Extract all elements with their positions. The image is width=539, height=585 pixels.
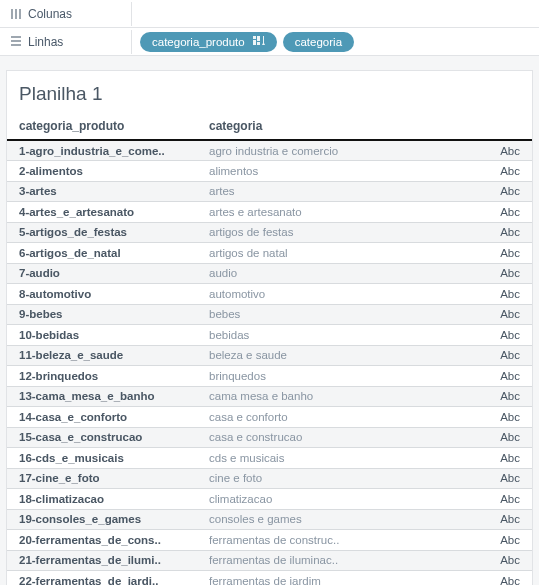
cell-categoria: casa e construcao: [197, 427, 482, 448]
cell-abc: Abc: [482, 181, 532, 202]
svg-rect-9: [257, 42, 260, 45]
pill-label: categoria_produto: [152, 36, 245, 48]
pill-categoria-produto[interactable]: categoria_produto: [140, 32, 277, 52]
cell-categoria-produto: 17-cine_e_foto: [7, 468, 197, 489]
cell-categoria-produto: 12-brinquedos: [7, 366, 197, 387]
cell-abc: Abc: [482, 366, 532, 387]
cell-categoria: artes: [197, 181, 482, 202]
svg-rect-8: [257, 36, 260, 41]
svg-rect-11: [263, 36, 264, 43]
cell-categoria: cine e foto: [197, 468, 482, 489]
cell-abc: Abc: [482, 407, 532, 428]
cell-categoria: ferramentas de iluminac..: [197, 550, 482, 571]
cell-categoria: climatizacao: [197, 489, 482, 510]
table-row[interactable]: 16-cds_e_musicaiscds e musicaisAbc: [7, 448, 532, 469]
cell-categoria: casa e conforto: [197, 407, 482, 428]
cell-categoria-produto: 3-artes: [7, 181, 197, 202]
cell-abc: Abc: [482, 304, 532, 325]
cell-categoria: brinquedos: [197, 366, 482, 387]
columns-icon: [10, 8, 22, 20]
cell-categoria: consoles e games: [197, 509, 482, 530]
cell-categoria-produto: 6-artigos_de_natal: [7, 243, 197, 264]
cell-categoria: ferramentas de construc..: [197, 530, 482, 551]
table-row[interactable]: 21-ferramentas_de_ilumi..ferramentas de …: [7, 550, 532, 571]
data-grid: categoria_produto categoria 1-agro_indus…: [7, 115, 532, 585]
sort-icon[interactable]: [253, 36, 265, 48]
header-categoria-produto[interactable]: categoria_produto: [7, 115, 197, 140]
table-row[interactable]: 13-cama_mesa_e_banhocama mesa e banhoAbc: [7, 386, 532, 407]
header-abc[interactable]: [482, 115, 532, 140]
table-row[interactable]: 10-bebidasbebidasAbc: [7, 325, 532, 346]
cell-abc: Abc: [482, 222, 532, 243]
rows-shelf[interactable]: Linhas categoria_produto categoria: [0, 28, 539, 56]
cell-abc: Abc: [482, 468, 532, 489]
cell-abc: Abc: [482, 489, 532, 510]
table-row[interactable]: 22-ferramentas_de_jardi..ferramentas de …: [7, 571, 532, 586]
header-categoria[interactable]: categoria: [197, 115, 482, 140]
table-row[interactable]: 3-artesartesAbc: [7, 181, 532, 202]
rows-label-text: Linhas: [28, 35, 63, 49]
rows-shelf-label: Linhas: [0, 30, 132, 54]
table-row[interactable]: 11-beleza_e_saudebeleza e saudeAbc: [7, 345, 532, 366]
cell-abc: Abc: [482, 325, 532, 346]
cell-categoria-produto: 11-beleza_e_saude: [7, 345, 197, 366]
shelves-area: Colunas Linhas categoria_produto categor…: [0, 0, 539, 56]
cell-abc: Abc: [482, 427, 532, 448]
cell-categoria: beleza e saude: [197, 345, 482, 366]
cell-categoria-produto: 5-artigos_de_festas: [7, 222, 197, 243]
table-row[interactable]: 15-casa_e_construcaocasa e construcaoAbc: [7, 427, 532, 448]
cell-categoria: agro industria e comercio: [197, 140, 482, 161]
cell-abc: Abc: [482, 571, 532, 586]
columns-shelf-label: Colunas: [0, 2, 132, 26]
columns-shelf[interactable]: Colunas: [0, 0, 539, 28]
table-row[interactable]: 6-artigos_de_natalartigos de natalAbc: [7, 243, 532, 264]
table-row[interactable]: 2-alimentosalimentosAbc: [7, 161, 532, 182]
svg-rect-6: [253, 36, 256, 39]
table-row[interactable]: 19-consoles_e_gamesconsoles e gamesAbc: [7, 509, 532, 530]
cell-categoria-produto: 20-ferramentas_de_cons..: [7, 530, 197, 551]
cell-categoria-produto: 2-alimentos: [7, 161, 197, 182]
table-row[interactable]: 7-audioaudioAbc: [7, 263, 532, 284]
cell-abc: Abc: [482, 550, 532, 571]
table-row[interactable]: 14-casa_e_confortocasa e confortoAbc: [7, 407, 532, 428]
data-grid-scroll[interactable]: categoria_produto categoria 1-agro_indus…: [7, 115, 532, 585]
cell-categoria-produto: 13-cama_mesa_e_banho: [7, 386, 197, 407]
rows-icon: [10, 35, 22, 49]
cell-categoria-produto: 8-automotivo: [7, 284, 197, 305]
rows-shelf-content[interactable]: categoria_produto categoria: [132, 29, 539, 55]
pill-categoria[interactable]: categoria: [283, 32, 354, 52]
cell-categoria-produto: 18-climatizacao: [7, 489, 197, 510]
table-row[interactable]: 18-climatizacaoclimatizacaoAbc: [7, 489, 532, 510]
cell-abc: Abc: [482, 345, 532, 366]
cell-categoria: cama mesa e banho: [197, 386, 482, 407]
cell-categoria: automotivo: [197, 284, 482, 305]
cell-categoria: ferramentas de jardim: [197, 571, 482, 586]
table-row[interactable]: 12-brinquedosbrinquedosAbc: [7, 366, 532, 387]
table-row[interactable]: 4-artes_e_artesanatoartes e artesanatoAb…: [7, 202, 532, 223]
cell-categoria-produto: 22-ferramentas_de_jardi..: [7, 571, 197, 586]
cell-abc: Abc: [482, 140, 532, 161]
table-row[interactable]: 17-cine_e_fotocine e fotoAbc: [7, 468, 532, 489]
worksheet-title[interactable]: Planilha 1: [7, 79, 532, 115]
table-row[interactable]: 5-artigos_de_festasartigos de festasAbc: [7, 222, 532, 243]
table-row[interactable]: 20-ferramentas_de_cons..ferramentas de c…: [7, 530, 532, 551]
table-row[interactable]: 1-agro_industria_e_come..agro industria …: [7, 140, 532, 161]
cell-categoria-produto: 21-ferramentas_de_ilumi..: [7, 550, 197, 571]
cell-categoria: artes e artesanato: [197, 202, 482, 223]
cell-categoria: artigos de festas: [197, 222, 482, 243]
header-row: categoria_produto categoria: [7, 115, 532, 140]
table-row[interactable]: 8-automotivoautomotivoAbc: [7, 284, 532, 305]
cell-abc: Abc: [482, 263, 532, 284]
svg-rect-7: [253, 40, 256, 45]
columns-label-text: Colunas: [28, 7, 72, 21]
table-row[interactable]: 9-bebesbebesAbc: [7, 304, 532, 325]
columns-shelf-content[interactable]: [132, 11, 539, 17]
cell-abc: Abc: [482, 386, 532, 407]
cell-categoria: alimentos: [197, 161, 482, 182]
cell-categoria-produto: 7-audio: [7, 263, 197, 284]
cell-categoria-produto: 19-consoles_e_games: [7, 509, 197, 530]
cell-categoria-produto: 4-artes_e_artesanato: [7, 202, 197, 223]
cell-abc: Abc: [482, 284, 532, 305]
cell-abc: Abc: [482, 243, 532, 264]
cell-categoria: bebidas: [197, 325, 482, 346]
